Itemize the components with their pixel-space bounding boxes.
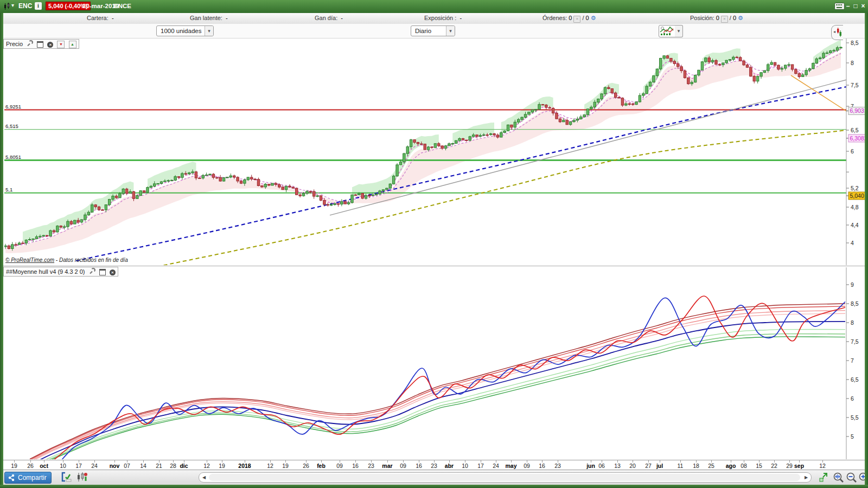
symbol-dropdown-caret[interactable]: ▾ (11, 2, 14, 8)
share-icon (8, 474, 15, 481)
wrench-icon[interactable] (89, 268, 95, 277)
horizontal-scrollbar[interactable]: ◀ ▶ (199, 472, 812, 483)
date-label: sep (791, 463, 807, 469)
date-label: 2018 (237, 463, 253, 469)
cancel-orders-icon[interactable]: × (573, 16, 580, 23)
move-down-icon[interactable]: ▼ (57, 41, 65, 48)
info-icon[interactable]: i (35, 2, 42, 10)
close-panel-icon[interactable]: × (110, 269, 116, 275)
svg-text:8: 8 (851, 319, 854, 326)
date-label: 06 (593, 463, 610, 469)
pink-cloud (5, 52, 841, 253)
date-label: mar (379, 463, 395, 469)
bottom-toolbar: Compartir ◀ ▶ (0, 470, 868, 485)
date-label: abr (441, 463, 457, 469)
svg-text:5: 5 (851, 433, 854, 440)
zoom-fit-icon[interactable] (832, 471, 844, 483)
svg-text:8,5: 8,5 (851, 40, 859, 46)
chevron-down-icon[interactable]: ▾ (205, 26, 213, 36)
date-label: 07 (119, 463, 135, 469)
zoom-selection-icon[interactable] (818, 471, 830, 483)
exposicion-field: Exposición : - (424, 15, 462, 21)
candlestick-edit-icon[interactable] (76, 472, 88, 483)
prorealtime-link[interactable]: © ProRealTime.com (5, 257, 54, 263)
close-panel-icon[interactable]: × (47, 42, 53, 48)
candlestick-icon[interactable] (3, 3, 11, 10)
quantity-select[interactable]: 1000 unidades▾ (156, 25, 214, 36)
cartera-field: Cartera: - (87, 15, 114, 21)
indicator-chart[interactable]: 98,587,576,565,55 (0, 267, 868, 460)
date-label: 19 (6, 463, 22, 469)
share-button[interactable]: Compartir (4, 472, 52, 484)
close-position-icon[interactable]: × (721, 16, 728, 23)
chart-style-button[interactable] (659, 25, 676, 37)
date-label: 08 (736, 463, 752, 469)
svg-text:4,8: 4,8 (851, 204, 859, 210)
minimize-button[interactable]: – (844, 2, 852, 10)
svg-text:4: 4 (851, 240, 854, 246)
keyboard-icon[interactable] (834, 3, 845, 10)
date-label: 17 (71, 463, 87, 469)
date-label: 22 (766, 463, 782, 469)
olive-ma (157, 130, 846, 266)
close-button[interactable]: × (859, 2, 867, 10)
maximize-button[interactable]: □ (852, 2, 859, 10)
zoom-out-icon[interactable] (845, 471, 857, 483)
date-label: 19 (214, 463, 230, 469)
scroll-right-icon[interactable]: ▶ (802, 473, 810, 482)
symbol-label[interactable]: ENC (18, 2, 32, 10)
hull-ribbon-line (30, 322, 845, 460)
window-frame (0, 485, 868, 488)
wrench-icon[interactable] (27, 40, 33, 49)
svg-text:6,9251: 6,9251 (5, 104, 21, 110)
hull-ribbon-line (30, 306, 845, 460)
chevron-down-icon[interactable]: ▾ (446, 26, 455, 36)
indicator-panel-title: ##Moyenne hull v4 (9 4.3 2 0) (6, 268, 85, 275)
instrument-name: ENCE (114, 3, 131, 9)
price-chart[interactable]: 6,92516,5155,80515,18,587,576,565,24,84,… (0, 38, 868, 266)
scrollbar-thumb[interactable] (209, 474, 800, 481)
date-label: 26 (298, 463, 314, 469)
svg-text:6: 6 (851, 148, 854, 155)
ordenes-field: Órdenes: 0×/ 0⚙ (542, 15, 596, 23)
date-axis: 1926oct101724nov07142128dic1219201812192… (3, 460, 865, 470)
window-frame (0, 13, 3, 488)
period-select[interactable]: Diario▾ (411, 25, 455, 36)
detach-window-icon[interactable] (37, 41, 43, 48)
hull-ribbon-line (30, 311, 845, 460)
hull-fast-red (38, 296, 845, 460)
copyright-notice: © ProRealTime.com - Datos recibidos en f… (5, 257, 128, 263)
svg-text:5,040: 5,040 (850, 192, 864, 199)
date-label: 09 (519, 463, 535, 469)
hull-fast-blue (54, 298, 845, 460)
buy-sell-icon (837, 28, 842, 37)
date-label: 13 (609, 463, 626, 469)
chevron-left-icon: ◂ (833, 29, 835, 34)
date-label: 12 (199, 463, 215, 469)
detach-window-icon[interactable] (99, 269, 106, 275)
orange-line (791, 75, 846, 111)
date-label: 24 (86, 463, 103, 469)
chart-style-icon (659, 25, 674, 36)
move-up-icon[interactable]: ▲ (69, 41, 76, 48)
svg-text:6,5: 6,5 (851, 127, 859, 133)
window-frame (865, 13, 868, 488)
svg-text:5,5: 5,5 (851, 414, 859, 421)
scroll-left-icon[interactable]: ◀ (200, 473, 208, 482)
date-label: 14 (135, 463, 151, 469)
svg-text:7: 7 (851, 357, 854, 364)
title-bar: ▾ ENC i 5,040 (-0,40%) 20-mar-2019 ENCE … (0, 0, 868, 14)
chart-style-dropdown[interactable]: ▾ (675, 25, 683, 37)
list-chart-icon[interactable] (61, 472, 73, 483)
svg-text:8,5: 8,5 (851, 300, 859, 307)
panel-divider[interactable] (3, 266, 865, 266)
date-label: 11 (672, 463, 688, 469)
date-label: jul (652, 463, 668, 469)
orders-settings-icon[interactable]: ⚙ (591, 15, 596, 21)
date-label: 25 (703, 463, 719, 469)
hull-ribbon-line (30, 334, 845, 460)
prorealtime-window: { "title_bar": { "symbol": "ENC", "caret… (0, 0, 868, 488)
date-label: may (503, 463, 519, 469)
date-label: 23 (426, 463, 442, 469)
position-settings-icon[interactable]: ⚙ (738, 15, 743, 21)
